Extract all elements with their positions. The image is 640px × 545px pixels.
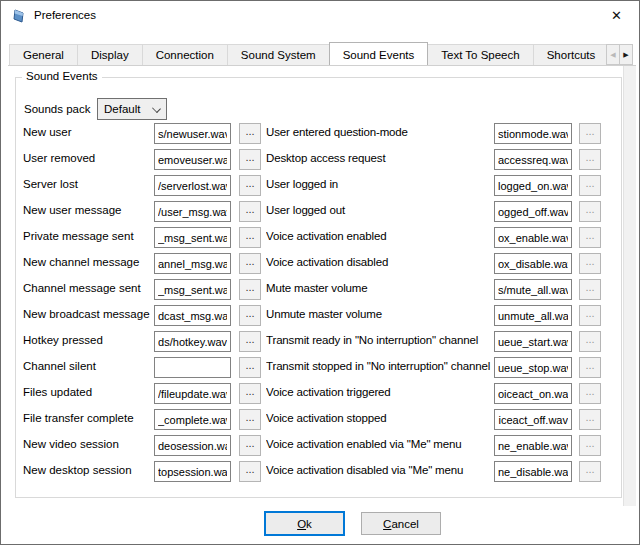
event-sound-file-input[interactable] [494, 461, 572, 482]
tab-shortcuts[interactable]: Shortcuts [533, 44, 608, 65]
title-bar: Preferences ✕ [1, 1, 639, 31]
event-label: Transmit stopped in "No interruption" ch… [266, 360, 492, 372]
sound-event-row: Channel message sent...Mute master volum… [1, 278, 640, 304]
event-sound-file-input[interactable] [154, 227, 231, 248]
browse-button[interactable]: ... [579, 383, 601, 404]
event-sound-file-input[interactable] [154, 461, 231, 482]
browse-button[interactable]: ... [579, 461, 601, 482]
sounds-pack-value: Default [104, 103, 140, 115]
event-label: Voice activation disabled via "Me" menu [266, 464, 492, 476]
browse-button[interactable]: ... [579, 123, 601, 144]
ok-button[interactable]: Ok [264, 511, 345, 536]
event-sound-file-input[interactable] [154, 305, 231, 326]
browse-button[interactable]: ... [239, 357, 261, 378]
event-sound-file-input[interactable] [154, 253, 231, 274]
sound-event-rows: New user...User entered question-mode...… [1, 122, 640, 486]
event-sound-file-input[interactable] [494, 435, 572, 456]
browse-button[interactable]: ... [579, 357, 601, 378]
event-sound-file-input[interactable] [494, 383, 572, 404]
browse-button[interactable]: ... [239, 409, 261, 430]
sound-event-row: New channel message...Voice activation d… [1, 252, 640, 278]
browse-button[interactable]: ... [239, 227, 261, 248]
event-sound-file-input[interactable] [154, 331, 231, 352]
browse-button[interactable]: ... [239, 435, 261, 456]
event-sound-file-input[interactable] [154, 435, 231, 456]
event-sound-file-input[interactable] [494, 279, 572, 300]
sound-event-row: User removed...Desktop access request... [1, 148, 640, 174]
cancel-button-label: Cancel [362, 518, 440, 530]
tab-scroll-buttons: ◀ ▶ [607, 44, 633, 65]
event-label: New desktop session [23, 464, 151, 476]
event-sound-file-input[interactable] [494, 357, 572, 378]
event-label: Server lost [23, 178, 151, 190]
event-sound-file-input[interactable] [494, 123, 572, 144]
sound-event-row: Hotkey pressed...Transmit ready in "No i… [1, 330, 640, 356]
tab-sound-events[interactable]: Sound Events [329, 42, 429, 65]
sound-event-row: Channel silent...Transmit stopped in "No… [1, 356, 640, 382]
event-label: Voice activation disabled [266, 256, 492, 268]
browse-button[interactable]: ... [239, 279, 261, 300]
browse-button[interactable]: ... [579, 201, 601, 222]
event-sound-file-input[interactable] [154, 175, 231, 196]
preferences-dialog: Preferences ✕ GeneralDisplayConnectionSo… [0, 0, 640, 545]
browse-button[interactable]: ... [579, 279, 601, 300]
sound-event-row: New user...User entered question-mode... [1, 122, 640, 148]
browse-button[interactable]: ... [579, 305, 601, 326]
sounds-pack-label: Sounds pack [24, 103, 91, 115]
event-label: New broadcast message [23, 308, 151, 320]
event-sound-file-input[interactable] [494, 331, 572, 352]
sound-event-row: New user message...User logged out... [1, 200, 640, 226]
tab-scroll-right-icon[interactable]: ▶ [619, 44, 633, 65]
event-sound-file-input[interactable] [494, 253, 572, 274]
event-sound-file-input[interactable] [154, 279, 231, 300]
tab-sound-system[interactable]: Sound System [227, 44, 330, 65]
close-icon[interactable]: ✕ [594, 1, 639, 31]
browse-button[interactable]: ... [239, 175, 261, 196]
event-sound-file-input[interactable] [154, 409, 231, 430]
event-sound-file-input[interactable] [154, 383, 231, 404]
event-label: New user message [23, 204, 151, 216]
browse-button[interactable]: ... [239, 123, 261, 144]
tab-text-to-speech[interactable]: Text To Speech [427, 44, 533, 65]
event-label: New user [23, 126, 151, 138]
tab-general[interactable]: General [9, 44, 78, 65]
event-label: Voice activation triggered [266, 386, 492, 398]
event-sound-file-input[interactable] [494, 409, 572, 430]
tab-connection[interactable]: Connection [142, 44, 228, 65]
sounds-pack-dropdown[interactable]: Default [97, 98, 167, 120]
event-sound-file-input[interactable] [154, 357, 231, 378]
browse-button[interactable]: ... [239, 383, 261, 404]
browse-button[interactable]: ... [579, 331, 601, 352]
event-sound-file-input[interactable] [494, 201, 572, 222]
event-sound-file-input[interactable] [154, 201, 231, 222]
cancel-button[interactable]: Cancel [361, 512, 441, 535]
event-sound-file-input[interactable] [494, 305, 572, 326]
event-label: Voice activation enabled [266, 230, 492, 242]
event-label: Hotkey pressed [23, 334, 151, 346]
window-title: Preferences [34, 9, 96, 21]
event-label: Channel message sent [23, 282, 151, 294]
browse-button[interactable]: ... [579, 175, 601, 196]
event-sound-file-input[interactable] [154, 149, 231, 170]
tab-scroll-left-icon[interactable]: ◀ [606, 44, 620, 65]
event-sound-file-input[interactable] [494, 227, 572, 248]
event-sound-file-input[interactable] [494, 149, 572, 170]
browse-button[interactable]: ... [239, 253, 261, 274]
event-label: Unmute master volume [266, 308, 492, 320]
sound-event-row: New desktop session...Voice activation d… [1, 460, 640, 486]
event-sound-file-input[interactable] [494, 175, 572, 196]
browse-button[interactable]: ... [579, 253, 601, 274]
event-sound-file-input[interactable] [154, 123, 231, 144]
browse-button[interactable]: ... [239, 149, 261, 170]
tab-display[interactable]: Display [77, 44, 143, 65]
browse-button[interactable]: ... [239, 305, 261, 326]
browse-button[interactable]: ... [579, 149, 601, 170]
browse-button[interactable]: ... [579, 409, 601, 430]
tab-bar: GeneralDisplayConnectionSound SystemSoun… [9, 42, 608, 65]
browse-button[interactable]: ... [239, 331, 261, 352]
event-label: Mute master volume [266, 282, 492, 294]
browse-button[interactable]: ... [579, 227, 601, 248]
browse-button[interactable]: ... [579, 435, 601, 456]
browse-button[interactable]: ... [239, 201, 261, 222]
browse-button[interactable]: ... [239, 461, 261, 482]
